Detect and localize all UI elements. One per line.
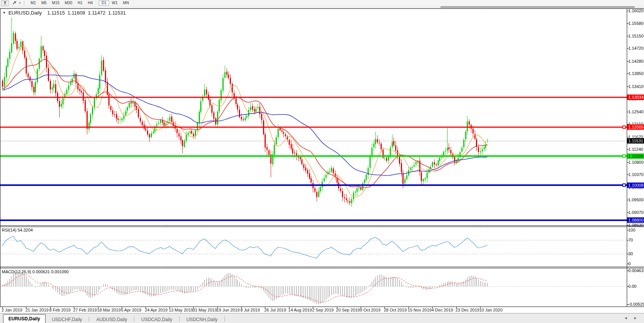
arrows-dropdown-caret-icon[interactable]: ▼ [18, 1, 22, 6]
text-tool-button[interactable]: T [1, 0, 9, 6]
toolbar-separator [133, 1, 134, 5]
tabs-holder: EURUSD,DailyUSDCHF,DailyAUDUSD,DailyUSDC… [0, 313, 226, 323]
timeframe-button-M1[interactable]: M1 [28, 0, 39, 6]
arrows-tool-button[interactable] [11, 1, 18, 6]
symbol-caret-icon: ▼ [3, 11, 6, 15]
hline-price-label: 1.08800 [627, 217, 644, 223]
mt4-window: T ▼ M1M5M15M30H1H4D1W1MN ▼ EURUSD,Daily … [0, 0, 644, 323]
tabs-scroll-right-button[interactable]: ► [634, 316, 637, 320]
arrows-tool-icon [12, 0, 17, 6]
toolbar-grip[interactable] [24, 1, 26, 5]
hline-price-label: 1.10008 [627, 183, 644, 188]
quote-high: 1.11608 [67, 10, 85, 16]
macd-label: MACD(12,26,9) 0.000631 0.001090 [2, 269, 69, 274]
timeframe-button-M5[interactable]: M5 [39, 0, 49, 6]
chart-plot-canvas[interactable] [0, 0, 644, 323]
timeframe-button-H4[interactable]: H4 [85, 0, 96, 6]
tab-usdcad[interactable]: USDCAD,Daily [136, 316, 177, 323]
tab-usdcnh[interactable]: USDCNH,Daily [181, 316, 222, 323]
hline-price-label: 1.12005 [627, 124, 644, 130]
quote-open: 1.11515 [47, 10, 65, 16]
tab-separator [179, 316, 180, 321]
pane-separator-macd[interactable] [0, 266, 644, 269]
tabs-scroll-left-button[interactable]: ◄ [624, 316, 628, 320]
hline-price-label: 1.11009 [627, 153, 644, 159]
timeframe-group: M1M5M15M30H1H4D1W1MN [28, 0, 135, 6]
time-axis[interactable] [0, 307, 644, 313]
hline-price-label: 1.13034 [627, 95, 644, 100]
tab-separator [89, 316, 89, 321]
tab-usdchf[interactable]: USDCHF,Daily [47, 316, 87, 323]
tab-eurusd[interactable]: EURUSD,Daily [3, 314, 46, 323]
quote-close: 1.11531 [108, 10, 126, 16]
chart-title: ▼ EURUSD,Daily 1.11515 1.11608 1.11472 1… [3, 10, 128, 16]
timeframe-button-D1[interactable]: D1 [99, 0, 109, 6]
tab-separator [224, 316, 225, 321]
timeframe-button-MN[interactable]: MN [120, 0, 132, 6]
timeframe-button-W1[interactable]: W1 [109, 0, 120, 6]
hscrollbar-thumb[interactable] [440, 6, 635, 8]
chart-hscrollbar[interactable] [0, 6, 644, 8]
timeframe-button-M15[interactable]: M15 [49, 0, 62, 6]
current-price-label: 1.11531 [627, 138, 644, 144]
toolbar-separator [97, 1, 97, 5]
symbol-period-label: EURUSD,Daily [8, 10, 42, 16]
tab-audusd[interactable]: AUDUSD,Daily [91, 316, 132, 323]
toolbar: T ▼ M1M5M15M30H1H4D1W1MN [0, 0, 644, 6]
tab-separator [134, 316, 134, 321]
chart-tabs: EURUSD,DailyUSDCHF,DailyAUDUSD,DailyUSDC… [0, 313, 644, 323]
timeframe-button-H1[interactable]: H1 [75, 0, 85, 6]
rsi-label: RSI(14) 54.3204 [2, 228, 33, 232]
timeframe-button-M30[interactable]: M30 [62, 0, 75, 6]
pane-separator-rsi[interactable] [0, 225, 644, 227]
quote-low: 1.11472 [88, 10, 105, 16]
